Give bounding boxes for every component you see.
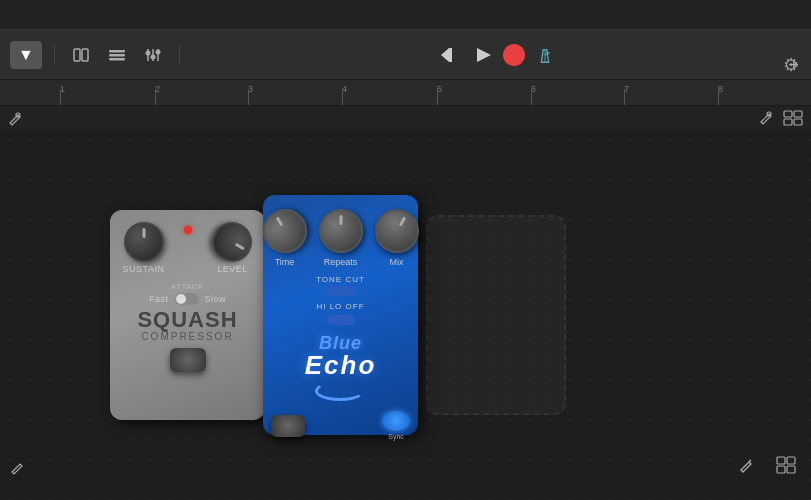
sync-label: Sync xyxy=(388,433,404,440)
mixer-button[interactable] xyxy=(139,41,167,69)
grid-view-button[interactable] xyxy=(783,110,803,130)
attack-slow-label: Slow xyxy=(205,294,227,304)
record-button[interactable] xyxy=(503,44,525,66)
ruler: 1 2 3 4 5 6 7 8 xyxy=(0,80,811,106)
level-label: LEVEL xyxy=(217,264,248,274)
svg-rect-25 xyxy=(787,457,795,464)
sync-button[interactable] xyxy=(382,411,410,431)
svg-rect-24 xyxy=(777,457,785,464)
svg-rect-27 xyxy=(787,466,795,473)
svg-rect-21 xyxy=(784,119,792,125)
svg-rect-22 xyxy=(794,119,802,125)
dropdown-button[interactable]: ▼ xyxy=(10,41,42,69)
right-tools xyxy=(733,450,801,480)
svg-rect-20 xyxy=(794,111,802,117)
svg-rect-19 xyxy=(784,111,792,117)
pedalboard: SUSTAIN LEVEL ATTACK Fast Slow SQUASH CO… xyxy=(0,130,811,500)
time-label: Time xyxy=(275,257,295,267)
echo-swirl-decoration xyxy=(315,381,365,401)
hi-lo-off-label: HI LO OFF xyxy=(316,302,364,311)
hi-toggle[interactable] xyxy=(327,315,355,325)
echo-text: Echo xyxy=(305,354,377,377)
echo-footswitch[interactable] xyxy=(271,415,305,437)
tick-5 xyxy=(437,89,438,105)
attack-row: Fast Slow xyxy=(149,293,226,305)
svg-rect-26 xyxy=(777,466,785,473)
transport-group xyxy=(435,41,559,69)
pencil-right-button[interactable] xyxy=(759,110,775,130)
svg-marker-11 xyxy=(441,48,449,62)
level-knob-group: LEVEL xyxy=(212,222,252,274)
tick-8 xyxy=(718,89,719,105)
separator-2 xyxy=(179,45,180,65)
repeats-label: Repeats xyxy=(324,257,358,267)
squash-subtitle: COMPRESSOR xyxy=(141,331,233,342)
tick-3 xyxy=(248,89,249,105)
play-button[interactable] xyxy=(469,41,497,69)
attack-fast-label: Fast xyxy=(149,294,169,304)
sustain-knob[interactable] xyxy=(124,222,164,262)
pedalboard-grid-button[interactable] xyxy=(771,450,801,480)
svg-point-9 xyxy=(151,54,156,59)
view-list-button[interactable] xyxy=(103,41,131,69)
tick-7 xyxy=(624,89,625,105)
tone-cut-label: TONE CUT xyxy=(316,275,365,284)
tick-2 xyxy=(155,89,156,105)
squash-title: SQUASH xyxy=(137,309,237,331)
pencil-left-button[interactable] xyxy=(8,111,24,130)
left-pencil-button[interactable] xyxy=(10,460,26,480)
squash-compressor-pedal[interactable]: SUSTAIN LEVEL ATTACK Fast Slow SQUASH CO… xyxy=(110,210,265,420)
pedalboard-edit-button[interactable] xyxy=(733,450,763,480)
tick-4 xyxy=(342,89,343,105)
led-indicator xyxy=(184,226,192,234)
time-knob[interactable] xyxy=(254,201,314,261)
add-button[interactable]: + xyxy=(788,54,799,75)
empty-pedal-slot[interactable] xyxy=(426,215,566,415)
svg-marker-13 xyxy=(477,48,491,62)
svg-rect-4 xyxy=(109,58,125,61)
svg-rect-0 xyxy=(74,49,80,61)
svg-rect-2 xyxy=(109,50,125,53)
metronome-button[interactable] xyxy=(531,41,559,69)
level-knob[interactable] xyxy=(205,215,260,270)
svg-rect-1 xyxy=(82,49,88,61)
mix-label: Mix xyxy=(390,257,404,267)
rewind-button[interactable] xyxy=(435,41,463,69)
attack-toggle[interactable] xyxy=(175,293,199,305)
svg-line-23 xyxy=(749,460,751,462)
separator-1 xyxy=(54,45,55,65)
view-track-button[interactable] xyxy=(67,41,95,69)
attack-label: ATTACK xyxy=(149,282,226,291)
tick-1 xyxy=(60,89,61,105)
repeats-knob[interactable] xyxy=(319,209,363,253)
blue-echo-pedal[interactable]: Time Repeats Mix TONE CUT HI LO OFF Blue… xyxy=(263,195,418,435)
svg-rect-12 xyxy=(449,48,452,62)
sustain-knob-group: SUSTAIN xyxy=(123,222,165,274)
svg-point-10 xyxy=(156,49,161,54)
sustain-label: SUSTAIN xyxy=(123,264,165,274)
tone-cut-toggle[interactable] xyxy=(327,286,355,296)
tick-6 xyxy=(531,89,532,105)
mix-knob[interactable] xyxy=(366,201,426,261)
svg-point-8 xyxy=(146,50,151,55)
squash-footswitch[interactable] xyxy=(170,348,206,372)
svg-rect-3 xyxy=(109,54,125,57)
blue-echo-logo: Blue Echo xyxy=(305,333,377,401)
